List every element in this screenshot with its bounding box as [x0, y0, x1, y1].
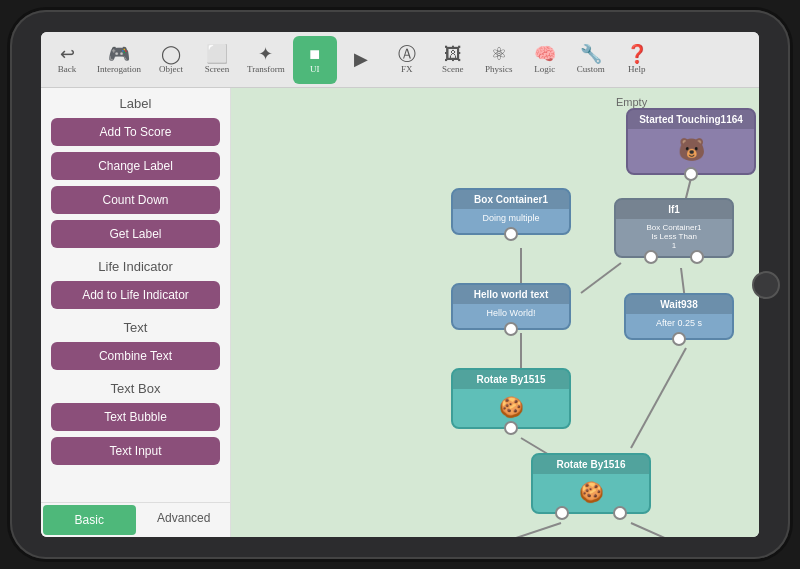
count-down-btn[interactable]: Count Down [51, 186, 220, 214]
rotate1516-connector-left [555, 506, 569, 520]
node-rotate1516-body: 🍪 [533, 474, 649, 512]
toolbar-help[interactable]: ❓ Help [615, 36, 659, 84]
node-box-title: Box Container1 [453, 190, 569, 209]
play-icon: ▶ [354, 50, 368, 68]
node-if1[interactable]: If1 Box Container1Is Less Than1 [614, 198, 734, 258]
combine-text-btn[interactable]: Combine Text [51, 342, 220, 370]
tab-basic[interactable]: Basic [43, 505, 136, 535]
tab-advanced[interactable]: Advanced [138, 503, 231, 537]
node-started-touching[interactable]: Started Touching1164 🐻 [626, 108, 756, 175]
node-hello-world[interactable]: Hello world text Hello World! [451, 283, 571, 330]
toolbar-back-label: Back [58, 65, 77, 74]
sidebar-tabs: Basic Advanced [41, 502, 230, 537]
toolbar-scene[interactable]: 🖼 Scene [431, 36, 475, 84]
cookie-icon-1516: 🍪 [541, 478, 641, 506]
node-started-title: Started Touching1164 [628, 110, 754, 129]
toolbar-transform-label: Transform [247, 65, 285, 74]
toolbar-help-label: Help [628, 65, 646, 74]
svg-line-4 [631, 348, 686, 448]
add-to-score-btn[interactable]: Add To Score [51, 118, 220, 146]
node-wait-title: Wait938 [626, 295, 732, 314]
node-rotate1515-title: Rotate By1515 [453, 370, 569, 389]
main-area: Label Add To Score Change Label Count Do… [41, 88, 759, 537]
toolbar-custom-label: Custom [577, 65, 605, 74]
physics-icon: ⚛ [491, 45, 507, 63]
svg-line-6 [501, 523, 561, 537]
started-connector-bottom [684, 167, 698, 181]
label-section-title: Label [41, 88, 230, 115]
toolbar-physics-label: Physics [485, 65, 513, 74]
back-icon: ↩ [60, 45, 75, 63]
toolbar-inter-label: Interogation [97, 65, 141, 74]
bear-icon: 🐻 [636, 133, 746, 167]
toolbar-custom[interactable]: 🔧 Custom [569, 36, 613, 84]
toolbar-logic-label: Logic [534, 65, 555, 74]
add-life-btn[interactable]: Add to Life Indicator [51, 281, 220, 309]
empty-label: Empty [616, 96, 647, 108]
transform-icon: ✦ [258, 45, 273, 63]
toolbar-interogation[interactable]: 🎮 Interogation [91, 36, 147, 84]
logic-icon: 🧠 [534, 45, 556, 63]
tablet-screen: ↩ Back 🎮 Interogation ◯ Object ⬜ Screen … [41, 32, 759, 537]
toolbar-back[interactable]: ↩ Back [45, 36, 89, 84]
toolbar-object[interactable]: ◯ Object [149, 36, 193, 84]
toolbar: ↩ Back 🎮 Interogation ◯ Object ⬜ Screen … [41, 32, 759, 88]
ui-icon: ■ [309, 45, 320, 63]
life-section-title: Life Indicator [41, 251, 230, 278]
object-icon: ◯ [161, 45, 181, 63]
node-wait938[interactable]: Wait938 After 0.25 s [624, 293, 734, 340]
change-label-btn[interactable]: Change Label [51, 152, 220, 180]
toolbar-logic[interactable]: 🧠 Logic [523, 36, 567, 84]
wait-connector-bottom [672, 332, 686, 346]
gamepad-icon: 🎮 [108, 45, 130, 63]
hello-connector-bottom [504, 322, 518, 336]
scene-icon: 🖼 [444, 45, 462, 63]
text-section-title: Text [41, 312, 230, 339]
home-button[interactable] [752, 271, 780, 299]
box-connector-bottom [504, 227, 518, 241]
text-input-btn[interactable]: Text Input [51, 437, 220, 465]
toolbar-transform[interactable]: ✦ Transform [241, 36, 291, 84]
text-bubble-btn[interactable]: Text Bubble [51, 403, 220, 431]
node-rotate1515[interactable]: Rotate By1515 🍪 [451, 368, 571, 429]
tablet-frame: ↩ Back 🎮 Interogation ◯ Object ⬜ Screen … [10, 10, 790, 559]
toolbar-physics[interactable]: ⚛ Physics [477, 36, 521, 84]
toolbar-screen-label: Screen [205, 65, 230, 74]
node-hello-title: Hello world text [453, 285, 569, 304]
toolbar-fx[interactable]: Ⓐ FX [385, 36, 429, 84]
svg-line-1 [581, 263, 621, 293]
node-if1-body: Box Container1Is Less Than1 [616, 219, 732, 256]
sidebar: Label Add To Score Change Label Count Do… [41, 88, 231, 537]
toolbar-ui-label: UI [310, 65, 320, 74]
screen-icon: ⬜ [206, 45, 228, 63]
toolbar-fx-label: FX [401, 65, 413, 74]
node-rotate1516[interactable]: Rotate By1516 🍪 [531, 453, 651, 514]
toolbar-screen[interactable]: ⬜ Screen [195, 36, 239, 84]
toolbar-scene-label: Scene [442, 65, 464, 74]
custom-icon: 🔧 [580, 45, 602, 63]
if1-connector-left [644, 250, 658, 264]
node-box-container[interactable]: Box Container1 Doing multiple [451, 188, 571, 235]
toolbar-play[interactable]: ▶ [339, 36, 383, 84]
toolbar-object-label: Object [159, 65, 183, 74]
node-if1-title: If1 [616, 200, 732, 219]
cookie-icon-1515: 🍪 [461, 393, 561, 421]
textbox-section-title: Text Box [41, 373, 230, 400]
rotate1515-connector-bottom [504, 421, 518, 435]
get-label-btn[interactable]: Get Label [51, 220, 220, 248]
fx-icon: Ⓐ [398, 45, 416, 63]
canvas-area[interactable]: Empty Started Touching1164 🐻 Box Contain… [231, 88, 759, 537]
svg-line-7 [631, 523, 676, 537]
rotate1516-connector-right [613, 506, 627, 520]
help-icon: ❓ [626, 45, 648, 63]
node-rotate1516-title: Rotate By1516 [533, 455, 649, 474]
toolbar-ui[interactable]: ■ UI [293, 36, 337, 84]
if1-connector-right [690, 250, 704, 264]
